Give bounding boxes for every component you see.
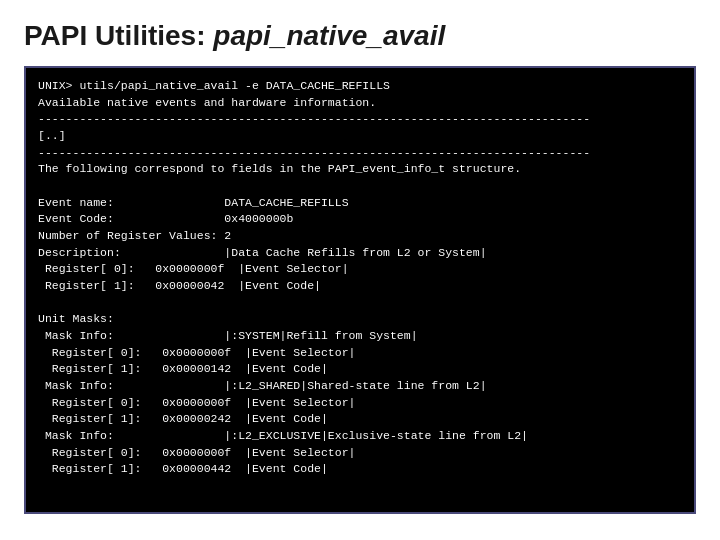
terminal-line: [..] <box>38 128 682 145</box>
terminal-line: Mask Info: |:SYSTEM|Refill from System| <box>38 328 682 345</box>
terminal-line: UNIX> utils/papi_native_avail -e DATA_CA… <box>38 78 682 95</box>
terminal-line: Register[ 0]: 0x0000000f |Event Selector… <box>38 261 682 278</box>
page-container: PAPI Utilities: papi_native_avail UNIX> … <box>0 0 720 540</box>
terminal-line: Register[ 0]: 0x0000000f |Event Selector… <box>38 345 682 362</box>
terminal-line: Event Code: 0x4000000b <box>38 211 682 228</box>
terminal-line: Unit Masks: <box>38 311 682 328</box>
terminal-line: Description: |Data Cache Refills from L2… <box>38 245 682 262</box>
terminal-line: Register[ 1]: 0x00000042 |Event Code| <box>38 278 682 295</box>
terminal-line: Available native events and hardware inf… <box>38 95 682 112</box>
terminal-line: Register[ 0]: 0x0000000f |Event Selector… <box>38 395 682 412</box>
terminal-line: Mask Info: |:L2_EXCLUSIVE|Exclusive-stat… <box>38 428 682 445</box>
terminal-line: Register[ 0]: 0x0000000f |Event Selector… <box>38 445 682 462</box>
terminal-line: Register[ 1]: 0x00000142 |Event Code| <box>38 361 682 378</box>
terminal-line: Mask Info: |:L2_SHARED|Shared-state line… <box>38 378 682 395</box>
title-italic: papi_native_avail <box>213 20 445 51</box>
terminal-line: Number of Register Values: 2 <box>38 228 682 245</box>
page-title: PAPI Utilities: papi_native_avail <box>24 20 696 52</box>
terminal-empty-line <box>38 295 682 312</box>
title-prefix: PAPI Utilities: <box>24 20 213 51</box>
terminal-box: UNIX> utils/papi_native_avail -e DATA_CA… <box>24 66 696 514</box>
terminal-line: The following correspond to fields in th… <box>38 161 682 178</box>
terminal-line: Register[ 1]: 0x00000242 |Event Code| <box>38 411 682 428</box>
terminal-line: Register[ 1]: 0x00000442 |Event Code| <box>38 461 682 478</box>
terminal-line: Event name: DATA_CACHE_REFILLS <box>38 195 682 212</box>
terminal-line: ----------------------------------------… <box>38 145 682 162</box>
terminal-empty-line <box>38 178 682 195</box>
terminal-line: ----------------------------------------… <box>38 111 682 128</box>
